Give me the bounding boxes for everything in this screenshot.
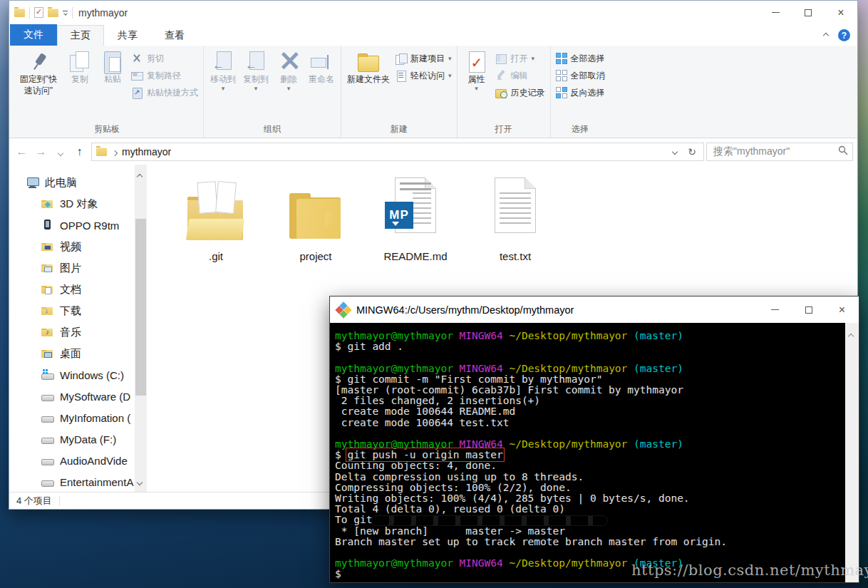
new-item-button[interactable]: 新建项目 ▾ [393, 51, 454, 66]
file-item[interactable]: MPREADME.md [382, 176, 449, 262]
terminal-text: MINGW64 [460, 363, 510, 374]
close-button[interactable]: × [825, 1, 857, 24]
move-to-button[interactable]: 移动到 ▾ [207, 47, 239, 92]
tab-view[interactable]: 查看 [151, 26, 198, 46]
git-folder-icon [185, 176, 247, 244]
scroll-up-icon[interactable] [138, 169, 142, 182]
terminal-text: (master) [634, 330, 683, 341]
group-label-clipboard: 剪贴板 [14, 122, 200, 138]
new-folder-button[interactable]: 新建文件夹 [344, 47, 393, 86]
open-icon [495, 53, 507, 64]
terminal-output: mythmayor@mythmayor MINGW64 ~/Desktop/my… [335, 331, 840, 580]
sidebar-scrollbar[interactable] [135, 165, 147, 492]
terminal-body[interactable]: mythmayor@mythmayor MINGW64 ~/Desktop/my… [330, 323, 859, 582]
new-folder-quick-icon[interactable] [48, 9, 58, 17]
copy-path-button[interactable]: 复制路径 [129, 68, 200, 83]
forward-icon[interactable]: → [31, 145, 51, 158]
sidebar-item[interactable]: MyData (F:) [9, 428, 135, 450]
refresh-icon[interactable]: ↻ [683, 143, 701, 160]
edit-button[interactable]: 编辑 [493, 68, 547, 83]
sidebar-item[interactable]: 此电脑 [9, 172, 135, 193]
file-item[interactable]: .git [182, 176, 249, 262]
easy-access-button[interactable]: 轻松访问 ▾ [393, 68, 454, 83]
sidebar-item[interactable]: 桌面 [9, 343, 135, 364]
search-placeholder: 搜索"mythmayor" [713, 145, 790, 158]
sidebar-item[interactable]: 3D 对象 [9, 193, 135, 215]
sidebar-item[interactable]: MySoftware (D [9, 386, 135, 407]
up-icon[interactable]: ↑ [70, 145, 89, 158]
invert-selection-button[interactable]: 反向选择 [554, 86, 607, 100]
minimize-button[interactable] [759, 1, 792, 24]
file-name: README.md [383, 250, 447, 262]
sidebar-item[interactable]: 图片 [9, 257, 135, 279]
cdrive-icon [41, 369, 54, 381]
phone-icon [41, 220, 54, 231]
sidebar-item[interactable]: 音乐 [9, 321, 135, 343]
breadcrumb-folder-icon [96, 148, 107, 156]
address-dropdown-icon[interactable] [666, 143, 683, 160]
pin-to-quick-access-button[interactable]: 固定到"快速访问" [14, 47, 63, 96]
sidebar-item[interactable]: OPPO R9tm [9, 215, 135, 236]
ribbon-tabs: 文件 主页 共享 查看 ? [9, 24, 857, 46]
maximize-button[interactable] [792, 1, 825, 24]
properties-quick-icon[interactable] [34, 7, 43, 18]
cut-button[interactable]: 剪切 [129, 51, 200, 66]
rename-icon [309, 50, 334, 74]
fold-icon [41, 284, 54, 295]
terminal-text: MINGW64 [460, 438, 510, 450]
sidebar-item[interactable]: MyInfomation ( [9, 407, 135, 428]
file-item[interactable]: test.txt [482, 176, 549, 262]
sidebar-item-label: 图片 [60, 262, 81, 275]
terminal-maximize-button[interactable] [792, 296, 825, 323]
select-none-button[interactable]: 全部取消 [554, 68, 607, 83]
group-label-select: 选择 [554, 122, 607, 138]
terminal-line [335, 547, 840, 558]
help-icon[interactable]: ? [838, 29, 850, 41]
search-icon[interactable] [838, 145, 848, 158]
sidebar-item[interactable]: Windows (C:) [9, 364, 135, 386]
select-none-icon [556, 70, 567, 81]
terminal-close-button[interactable]: × [825, 296, 859, 323]
history-button[interactable]: 历史记录 [493, 86, 547, 100]
explorer-window-controls: × [759, 1, 857, 24]
collapse-ribbon-icon[interactable] [823, 32, 829, 38]
sidebar-item[interactable]: 下载 [9, 300, 135, 321]
sidebar-item[interactable]: 文档 [9, 279, 135, 300]
scroll-down-icon[interactable] [138, 475, 142, 488]
group-label-open: 打开 [460, 122, 547, 138]
scrollbar-thumb[interactable] [135, 219, 146, 396]
paste-shortcut-icon [131, 87, 143, 98]
rename-button[interactable]: 重命名 [305, 47, 338, 86]
customize-qat-dropdown-icon[interactable] [63, 11, 68, 15]
tab-file[interactable]: 文件 [10, 24, 57, 46]
tab-share[interactable]: 共享 [104, 26, 151, 46]
tab-home[interactable]: 主页 [57, 25, 104, 46]
paste-shortcut-button[interactable]: 粘贴快捷方式 [129, 86, 200, 100]
select-all-button[interactable]: 全部选择 [554, 51, 607, 66]
delete-button[interactable]: 删除 ▾ [272, 47, 305, 92]
paste-button[interactable]: 粘贴 [96, 47, 129, 86]
sidebar-item[interactable]: EntertainmentA [9, 471, 135, 492]
terminal-minimize-button[interactable] [758, 296, 792, 323]
recent-locations-dropdown-icon[interactable] [51, 145, 70, 158]
watermark: https://blog.csdn.net/mythmayor [631, 562, 868, 579]
search-input[interactable]: 搜索"mythmayor" [706, 143, 853, 161]
back-icon[interactable]: ← [12, 145, 31, 158]
terminal-text: MINGW64 [460, 330, 510, 341]
sidebar-item[interactable]: 视频 [9, 236, 135, 257]
folder-icon [285, 176, 346, 244]
open-button[interactable]: 打开 ▾ [493, 51, 547, 66]
terminal-scrollbar[interactable] [845, 323, 859, 582]
terminal-scroll-up-icon[interactable] [849, 329, 853, 341]
delete-icon [277, 50, 301, 74]
copy-button[interactable]: 复制 [63, 47, 96, 86]
breadcrumb-path[interactable]: mythmayor [122, 146, 171, 158]
sidebar-item[interactable]: AudioAndVide [9, 450, 135, 471]
sidebar-item-label: OPPO R9tm [60, 220, 119, 232]
file-item[interactable]: project [282, 176, 349, 262]
properties-button[interactable]: 属性 ▾ [460, 47, 493, 92]
address-bar[interactable]: mythmayor ↻ [91, 143, 704, 161]
copy-to-button[interactable]: 复制到 ▾ [239, 47, 272, 92]
separator [72, 7, 73, 19]
fold-icon [41, 305, 54, 316]
